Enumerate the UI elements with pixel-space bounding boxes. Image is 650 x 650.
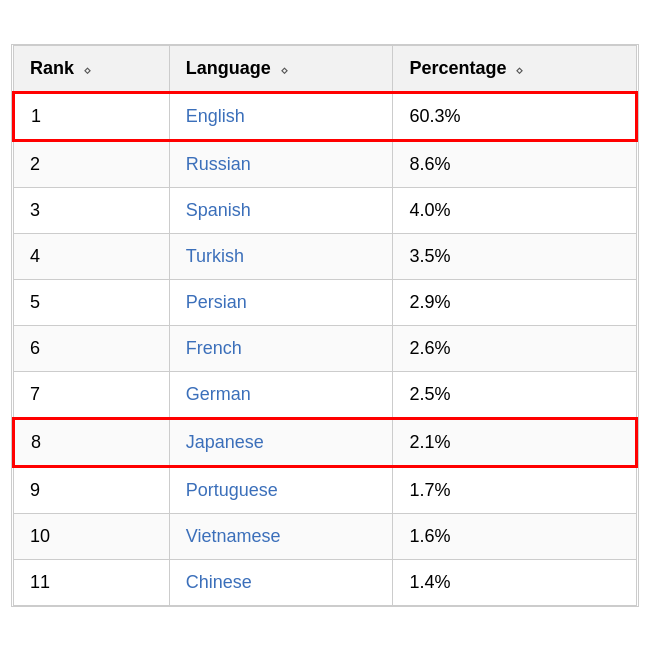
rank-cell: 6	[14, 325, 170, 371]
rank-cell: 7	[14, 371, 170, 418]
rank-cell: 1	[14, 92, 170, 140]
table-header: Rank ⬦ Language ⬦ Percentage ⬦	[14, 45, 637, 92]
table-row: 2Russian8.6%	[14, 140, 637, 187]
language-cell[interactable]: Persian	[169, 279, 393, 325]
rank-cell: 5	[14, 279, 170, 325]
language-cell[interactable]: French	[169, 325, 393, 371]
percentage-cell: 2.9%	[393, 279, 637, 325]
language-rank-table: Rank ⬦ Language ⬦ Percentage ⬦ 1English6…	[12, 45, 638, 606]
language-label: Language	[186, 58, 271, 78]
percentage-sort-icon[interactable]: ⬦	[515, 61, 523, 77]
table-row: 6French2.6%	[14, 325, 637, 371]
header-row: Rank ⬦ Language ⬦ Percentage ⬦	[14, 45, 637, 92]
table-row: 8Japanese2.1%	[14, 418, 637, 466]
table-row: 5Persian2.9%	[14, 279, 637, 325]
table-body: 1English60.3%2Russian8.6%3Spanish4.0%4Tu…	[14, 92, 637, 605]
rank-sort-icon[interactable]: ⬦	[83, 61, 91, 77]
percentage-cell: 2.6%	[393, 325, 637, 371]
percentage-cell: 1.4%	[393, 559, 637, 605]
rank-cell: 3	[14, 187, 170, 233]
language-cell[interactable]: English	[169, 92, 393, 140]
rank-cell: 9	[14, 466, 170, 513]
table-row: 11Chinese1.4%	[14, 559, 637, 605]
rank-cell: 2	[14, 140, 170, 187]
percentage-cell: 1.6%	[393, 513, 637, 559]
rank-cell: 8	[14, 418, 170, 466]
table-row: 3Spanish4.0%	[14, 187, 637, 233]
language-sort-icon[interactable]: ⬦	[280, 61, 288, 77]
percentage-label: Percentage	[409, 58, 506, 78]
percentage-cell: 8.6%	[393, 140, 637, 187]
language-cell[interactable]: Vietnamese	[169, 513, 393, 559]
rank-cell: 4	[14, 233, 170, 279]
language-cell[interactable]: Portuguese	[169, 466, 393, 513]
percentage-cell: 4.0%	[393, 187, 637, 233]
percentage-cell: 1.7%	[393, 466, 637, 513]
rank-label: Rank	[30, 58, 74, 78]
language-cell[interactable]: Chinese	[169, 559, 393, 605]
language-cell[interactable]: Russian	[169, 140, 393, 187]
language-cell[interactable]: Japanese	[169, 418, 393, 466]
table-row: 9Portuguese1.7%	[14, 466, 637, 513]
rank-column-header[interactable]: Rank ⬦	[14, 45, 170, 92]
language-cell[interactable]: Spanish	[169, 187, 393, 233]
percentage-cell: 3.5%	[393, 233, 637, 279]
language-cell[interactable]: Turkish	[169, 233, 393, 279]
main-table-container: Rank ⬦ Language ⬦ Percentage ⬦ 1English6…	[11, 44, 639, 607]
percentage-column-header[interactable]: Percentage ⬦	[393, 45, 637, 92]
rank-cell: 10	[14, 513, 170, 559]
table-row: 7German2.5%	[14, 371, 637, 418]
language-cell[interactable]: German	[169, 371, 393, 418]
language-column-header[interactable]: Language ⬦	[169, 45, 393, 92]
percentage-cell: 60.3%	[393, 92, 637, 140]
rank-cell: 11	[14, 559, 170, 605]
percentage-cell: 2.5%	[393, 371, 637, 418]
table-row: 1English60.3%	[14, 92, 637, 140]
table-row: 10Vietnamese1.6%	[14, 513, 637, 559]
table-row: 4Turkish3.5%	[14, 233, 637, 279]
percentage-cell: 2.1%	[393, 418, 637, 466]
